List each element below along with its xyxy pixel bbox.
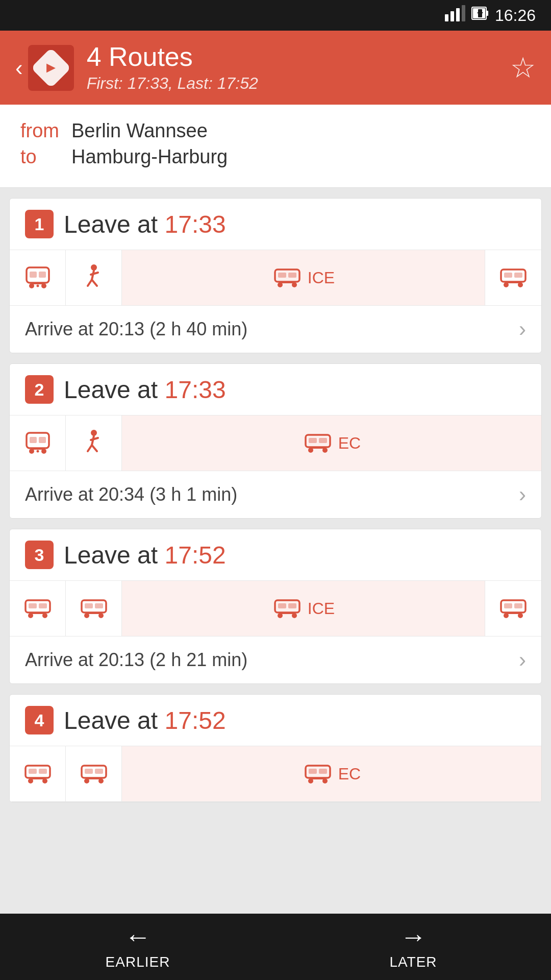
svg-rect-52 xyxy=(319,438,327,443)
from-value: Berlin Wannsee xyxy=(71,120,208,142)
to-row: to Hamburg-Harburg xyxy=(20,146,531,168)
route-3-header: 3 Leave at 17:52 xyxy=(10,529,541,580)
route-2-leave: Leave at 17:33 xyxy=(64,376,226,404)
earlier-label: EARLIER xyxy=(106,954,170,970)
later-button[interactable]: → LATER xyxy=(276,923,551,970)
header-subtitle: First: 17:33, Last: 17:52 xyxy=(87,74,510,93)
svg-rect-40 xyxy=(39,437,46,443)
route-icon: ► xyxy=(28,45,74,91)
svg-rect-27 xyxy=(278,273,286,278)
route-1-leave: Leave at 17:33 xyxy=(64,210,226,238)
svg-rect-2 xyxy=(456,8,460,21)
svg-rect-16 xyxy=(39,272,46,278)
transport-ec-4: EC xyxy=(122,746,541,801)
from-label: from xyxy=(20,120,71,142)
signal-icon xyxy=(445,5,465,26)
route-1-chevron: › xyxy=(519,317,526,341)
bottom-navigation: ← EARLIER → LATER xyxy=(0,914,551,980)
svg-rect-33 xyxy=(504,273,512,278)
header-title: 4 Routes xyxy=(87,42,510,71)
route-1-arrive-text: Arrive at 20:13 (2 h 40 min) xyxy=(25,318,247,340)
route-1-number: 1 xyxy=(25,210,54,238)
svg-rect-86 xyxy=(87,778,101,779)
svg-rect-0 xyxy=(445,14,448,21)
svg-rect-75 xyxy=(504,603,512,608)
route-2-number: 2 xyxy=(25,375,54,404)
transport-ec-2: EC xyxy=(122,415,541,471)
header: ‹ ► 4 Routes First: 17:33, Last: 17:52 ☆ xyxy=(0,31,551,105)
route-card-2[interactable]: 2 Leave at 17:33 xyxy=(9,363,542,519)
svg-line-46 xyxy=(91,438,98,440)
svg-line-20 xyxy=(88,280,92,286)
svg-rect-34 xyxy=(514,273,522,278)
svg-rect-56 xyxy=(31,612,45,614)
transport-train-3a xyxy=(10,581,66,636)
svg-rect-69 xyxy=(278,603,286,608)
earlier-icon: ← xyxy=(124,923,151,950)
svg-rect-32 xyxy=(506,282,520,283)
later-icon: → xyxy=(400,923,427,950)
svg-rect-1 xyxy=(450,11,454,21)
route-2-arrive[interactable]: Arrive at 20:34 (3 h 1 min) › xyxy=(10,471,541,518)
back-icon[interactable]: ‹ xyxy=(15,55,23,81)
to-label: to xyxy=(20,146,71,168)
svg-rect-93 xyxy=(309,769,317,774)
svg-rect-80 xyxy=(31,778,45,779)
svg-rect-62 xyxy=(87,612,101,614)
route-3-transport-row: ICE xyxy=(10,580,541,636)
svg-rect-81 xyxy=(29,769,37,774)
svg-line-44 xyxy=(88,445,92,451)
route-1-time: 17:33 xyxy=(164,211,226,238)
route-3-number: 3 xyxy=(25,541,54,569)
svg-rect-82 xyxy=(39,769,47,774)
route-card-3[interactable]: 3 Leave at 17:52 xyxy=(9,529,542,684)
earlier-button[interactable]: ← EARLIER xyxy=(0,923,276,970)
svg-point-41 xyxy=(36,450,39,453)
route-4-transport-row: EC xyxy=(10,746,541,802)
transport-ice-1-label: ICE xyxy=(308,268,335,287)
from-row: from Berlin Wannsee xyxy=(20,120,531,142)
route-1-arrive[interactable]: Arrive at 20:13 (2 h 40 min) › xyxy=(10,306,541,353)
route-card-4[interactable]: 4 Leave at 17:52 xyxy=(9,694,542,802)
transport-ec-4-label: EC xyxy=(338,765,361,783)
svg-rect-57 xyxy=(29,603,37,608)
route-3-arrive-text: Arrive at 20:13 (2 h 21 min) xyxy=(25,649,247,671)
to-value: Hamburg-Harburg xyxy=(71,146,228,168)
svg-rect-88 xyxy=(95,769,103,774)
svg-rect-6 xyxy=(486,11,488,16)
time-display: 16:26 xyxy=(495,6,536,25)
svg-line-45 xyxy=(92,445,97,451)
route-2-chevron: › xyxy=(519,482,526,507)
route-3-arrive[interactable]: Arrive at 20:13 (2 h 21 min) › xyxy=(10,636,541,683)
transport-walk-1 xyxy=(66,250,122,305)
svg-line-21 xyxy=(92,280,97,286)
bookmark-button[interactable]: ☆ xyxy=(510,51,536,84)
transport-train-3b xyxy=(66,581,122,636)
route-4-number: 4 xyxy=(25,706,54,734)
svg-rect-92 xyxy=(311,778,325,779)
transport-ice-3: ICE xyxy=(122,581,485,636)
route-4-header: 4 Leave at 17:52 xyxy=(10,695,541,746)
transport-train-4b xyxy=(66,746,122,801)
svg-rect-74 xyxy=(506,612,520,614)
battery-icon xyxy=(471,5,489,26)
svg-rect-50 xyxy=(311,447,325,449)
svg-rect-28 xyxy=(288,273,296,278)
route-2-transport-row: EC xyxy=(10,415,541,471)
svg-rect-70 xyxy=(288,603,296,608)
transport-ec-2-label: EC xyxy=(338,434,361,453)
transport-walk-2 xyxy=(66,415,122,471)
transport-extra-1 xyxy=(485,250,541,305)
route-2-arrive-text: Arrive at 20:34 (3 h 1 min) xyxy=(25,484,237,505)
route-3-time: 17:52 xyxy=(164,542,226,569)
status-icons: 16:26 xyxy=(445,5,536,26)
route-1-transport-row: ICE xyxy=(10,250,541,306)
status-bar: 16:26 xyxy=(0,0,551,31)
route-4-leave: Leave at 17:52 xyxy=(64,706,226,734)
transport-ice-1: ICE xyxy=(122,250,485,305)
svg-rect-15 xyxy=(30,272,37,278)
svg-rect-58 xyxy=(39,603,47,608)
route-card-1[interactable]: 1 Leave at 17:33 xyxy=(9,198,542,353)
route-4-time: 17:52 xyxy=(164,707,226,734)
svg-point-17 xyxy=(36,285,39,287)
